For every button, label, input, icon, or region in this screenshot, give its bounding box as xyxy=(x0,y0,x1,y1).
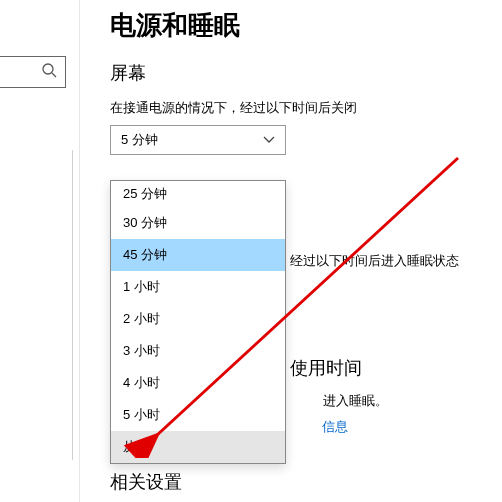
dropdown-selected-value: 5 分钟 xyxy=(121,131,158,149)
section-screen-heading: 屏幕 xyxy=(110,61,502,85)
search-icon xyxy=(41,62,57,82)
chevron-down-icon xyxy=(263,134,275,146)
search-box[interactable] xyxy=(0,56,66,88)
option-4hr[interactable]: 4 小时 xyxy=(111,367,285,399)
sleep-timeout-dropdown-open[interactable]: 25 分钟 30 分钟 45 分钟 1 小时 2 小时 3 小时 4 小时 5 … xyxy=(110,180,286,464)
option-1hr[interactable]: 1 小时 xyxy=(111,271,285,303)
page-title: 电源和睡眠 xyxy=(110,8,502,43)
svg-point-0 xyxy=(43,64,53,74)
info-link[interactable]: 信息 xyxy=(322,418,348,436)
option-30min[interactable]: 30 分钟 xyxy=(111,207,285,239)
option-2hr[interactable]: 2 小时 xyxy=(111,303,285,335)
option-3hr[interactable]: 3 小时 xyxy=(111,335,285,367)
screen-timeout-dropdown[interactable]: 5 分钟 xyxy=(110,125,286,155)
sleeps-text: 进入睡眠。 xyxy=(323,392,388,410)
option-25min[interactable]: 25 分钟 xyxy=(111,181,285,207)
screen-off-label: 在接通电源的情况下，经过以下时间后关闭 xyxy=(110,99,502,117)
svg-line-1 xyxy=(52,73,56,77)
option-never[interactable]: 从不 xyxy=(111,431,285,463)
option-45min[interactable]: 45 分钟 xyxy=(111,239,285,271)
option-5hr[interactable]: 5 小时 xyxy=(111,399,285,431)
divider-line xyxy=(72,150,73,460)
sleep-label-fragment: 经过以下时间后进入睡眠状态 xyxy=(290,252,459,270)
usage-time-heading: 使用时间 xyxy=(290,356,362,380)
sidebar xyxy=(0,0,80,502)
related-settings-heading: 相关设置 xyxy=(110,470,182,494)
